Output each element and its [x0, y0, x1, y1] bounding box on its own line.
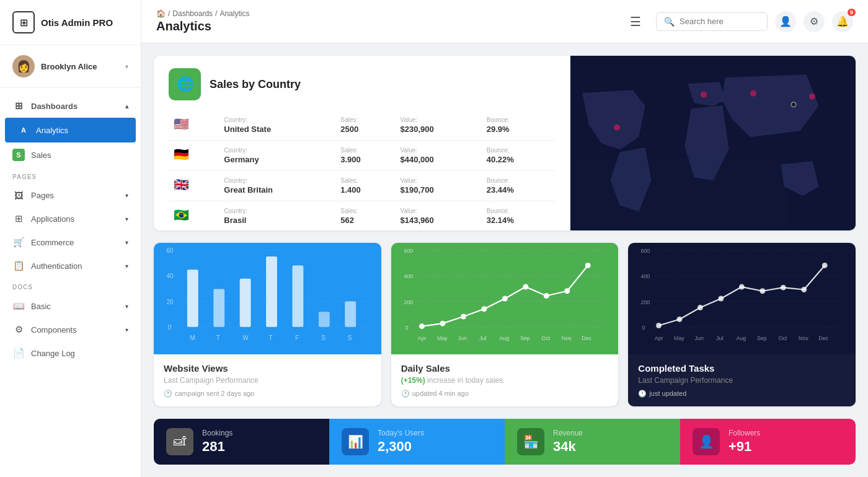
- followers-icon: 👤: [693, 428, 720, 455]
- svg-text:Apr: Apr: [417, 335, 426, 341]
- globe-icon: 🌐: [169, 68, 201, 100]
- table-row: 🇧🇷 Country: Brasil Sales: 562 Value: $14…: [169, 201, 556, 230]
- svg-text:400: 400: [404, 273, 413, 279]
- chart-subtitle: Last Campaign Performance: [164, 376, 371, 385]
- value-cell: Value: $230,900: [396, 110, 482, 141]
- basic-icon: 📖: [12, 300, 25, 312]
- sales-letter: S: [12, 149, 25, 161]
- components-icon: ⚙: [12, 324, 25, 335]
- stats-row: 🛋 Bookings 281 📊 Today's Users 2,300 🏪 R…: [154, 419, 856, 465]
- completed-tasks-chart: 600 400 200 0: [628, 243, 856, 354]
- value-cell: Value: $190,700: [396, 171, 482, 201]
- svg-text:40: 40: [166, 272, 174, 279]
- svg-text:0: 0: [168, 324, 172, 331]
- website-views-card: 60 40 20 0: [154, 243, 381, 406]
- sales-by-country-card: 🌐 Sales by Country 🇺🇸 Country: United St…: [154, 56, 856, 230]
- notifications-icon[interactable]: 🔔 9: [832, 11, 853, 32]
- settings-icon[interactable]: ⚙: [804, 11, 825, 32]
- value-cell: Value: $440,000: [396, 141, 482, 171]
- sales-map: [570, 56, 856, 230]
- sidebar-item-pages[interactable]: 🖼 Pages ▾: [0, 184, 141, 207]
- chevron-down-icon: ▾: [125, 63, 128, 70]
- sidebar-item-components[interactable]: ⚙ Components ▾: [0, 318, 141, 341]
- svg-text:Oct: Oct: [541, 335, 550, 341]
- notification-badge: 9: [848, 9, 856, 16]
- user-icon[interactable]: 👤: [775, 11, 796, 32]
- svg-text:May: May: [437, 335, 448, 341]
- app-name: Otis Admin PRO: [41, 17, 113, 28]
- completed-tasks-info: Completed Tasks Last Campaign Performanc…: [628, 354, 856, 406]
- sidebar-item-changelog[interactable]: 📄 Change Log: [0, 341, 141, 365]
- stat-bookings: 🛋 Bookings 281: [154, 419, 329, 465]
- changelog-icon: 📄: [12, 348, 25, 359]
- sidebar-item-label: Basic: [31, 302, 119, 311]
- menu-icon[interactable]: ☰: [630, 14, 641, 29]
- chart-title: Daily Sales: [401, 363, 609, 374]
- svg-point-40: [502, 295, 508, 301]
- svg-rect-19: [319, 312, 330, 327]
- stat-revenue: 🏪 Revenue 34k: [505, 419, 680, 465]
- svg-point-36: [419, 323, 425, 329]
- svg-text:T: T: [269, 335, 273, 341]
- table-row: 🇺🇸 Country: United State Sales: 2500 Val…: [169, 110, 556, 141]
- search-input[interactable]: [680, 17, 760, 26]
- svg-point-44: [585, 263, 590, 268]
- country-cell: Country: United State: [219, 110, 335, 141]
- svg-text:Nov: Nov: [799, 335, 808, 341]
- pages-icon: 🖼: [12, 190, 25, 201]
- bookings-icon: 🛋: [166, 428, 193, 455]
- svg-rect-16: [240, 278, 251, 326]
- clock-icon: 🕐: [638, 390, 647, 398]
- svg-point-1: [614, 125, 620, 131]
- sidebar-item-sales[interactable]: S Sales: [0, 142, 141, 167]
- chevron-down-icon: ▾: [125, 326, 128, 333]
- highlight-text: (+15%): [401, 376, 425, 385]
- content-area: 🌐 Sales by Country 🇺🇸 Country: United St…: [141, 43, 868, 477]
- svg-point-43: [564, 288, 570, 294]
- chart-title: Completed Tasks: [638, 363, 846, 374]
- svg-text:Nov: Nov: [561, 335, 571, 341]
- svg-point-41: [523, 284, 528, 289]
- svg-point-37: [440, 320, 445, 326]
- svg-text:20: 20: [166, 299, 174, 305]
- svg-point-69: [802, 287, 807, 292]
- topbar-right: 🔍 👤 ⚙ 🔔 9: [656, 11, 853, 32]
- stat-text: Today's Users 2,300: [378, 429, 424, 455]
- bounce-cell: Bounce: 23.44%: [482, 171, 556, 201]
- sidebar-item-dashboards[interactable]: ⊞ Dashboards ▴: [0, 94, 141, 118]
- svg-point-67: [760, 288, 766, 294]
- sales-left: 🌐 Sales by Country 🇺🇸 Country: United St…: [154, 56, 570, 230]
- stat-label: Bookings: [202, 429, 232, 437]
- svg-text:May: May: [674, 335, 684, 341]
- sidebar-item-ecommerce[interactable]: 🛒 Ecommerce ▾: [0, 230, 141, 254]
- sidebar-item-authentication[interactable]: 📋 Authentication ▾: [0, 254, 141, 278]
- stat-text: Revenue 34k: [553, 429, 583, 455]
- svg-text:600: 600: [404, 248, 413, 254]
- svg-point-42: [543, 293, 549, 299]
- svg-text:Jul: Jul: [479, 335, 486, 341]
- chevron-down-icon: ▾: [125, 216, 128, 222]
- chevron-down-icon: ▾: [125, 192, 128, 199]
- sidebar-item-label: Analytics: [36, 126, 123, 135]
- user-profile[interactable]: 👩 Brooklyn Alice ▾: [0, 45, 141, 88]
- sidebar-item-analytics[interactable]: A Analytics: [5, 118, 136, 142]
- svg-text:Oct: Oct: [779, 335, 787, 341]
- stat-label: Today's Users: [378, 429, 424, 437]
- flag-cell: 🇬🇧: [169, 171, 219, 201]
- svg-text:M: M: [190, 335, 195, 341]
- sidebar-item-applications[interactable]: ⊞ Applications ▾: [0, 207, 141, 230]
- sidebar-item-basic[interactable]: 📖 Basic ▾: [0, 294, 141, 318]
- bounce-cell: Bounce: 40.22%: [482, 141, 556, 171]
- search-box[interactable]: 🔍: [656, 12, 768, 31]
- chart-meta: 🕐 campaign sent 2 days ago: [164, 390, 371, 398]
- dashboard-icon: ⊞: [12, 100, 25, 112]
- country-cell: Country: Brasil: [219, 201, 335, 230]
- svg-text:0: 0: [642, 325, 645, 331]
- flag-cell: 🇧🇷: [169, 201, 219, 230]
- stat-value: 2,300: [378, 439, 424, 455]
- svg-text:400: 400: [641, 273, 650, 279]
- svg-text:W: W: [242, 335, 249, 341]
- sidebar-nav: ⊞ Dashboards ▴ A Analytics S Sales PAGES…: [0, 88, 141, 371]
- stat-value: 281: [202, 439, 232, 455]
- stat-label: Followers: [728, 429, 760, 437]
